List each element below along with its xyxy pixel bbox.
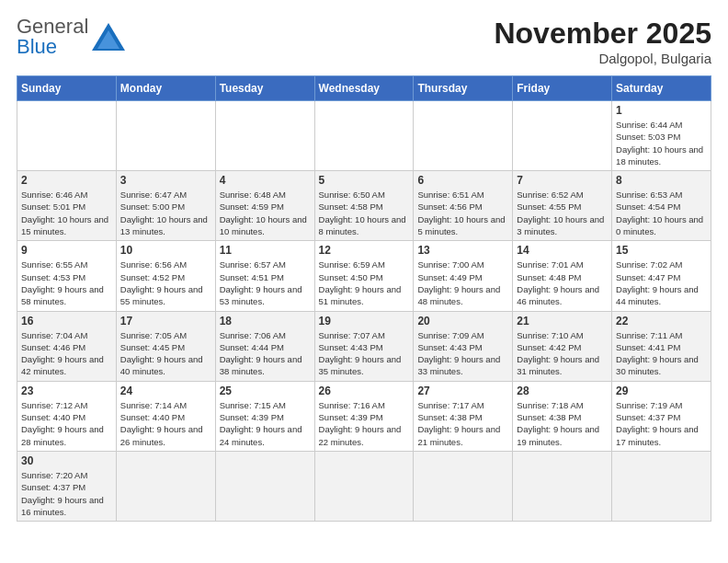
day-info: Sunrise: 7:20 AM Sunset: 4:37 PM Dayligh… [21,469,112,518]
day-number: 21 [517,315,608,327]
day-cell: 20Sunrise: 7:09 AM Sunset: 4:43 PM Dayli… [414,311,513,381]
day-cell: 6Sunrise: 6:51 AM Sunset: 4:56 PM Daylig… [414,171,513,241]
day-info: Sunrise: 7:19 AM Sunset: 4:37 PM Dayligh… [616,399,707,448]
day-number: 14 [517,244,608,257]
day-number: 27 [417,385,508,397]
weekday-header-wednesday: Wednesday [314,76,414,101]
calendar: SundayMondayTuesdayWednesdayThursdayFrid… [17,75,711,522]
day-cell [414,101,513,171]
day-number: 5 [319,174,410,187]
day-info: Sunrise: 7:15 AM Sunset: 4:39 PM Dayligh… [220,399,311,448]
day-cell: 29Sunrise: 7:19 AM Sunset: 4:37 PM Dayli… [612,381,711,451]
weekday-header-row: SundayMondayTuesdayWednesdayThursdayFrid… [17,76,711,101]
day-cell: 21Sunrise: 7:10 AM Sunset: 4:42 PM Dayli… [513,311,612,381]
day-cell: 14Sunrise: 7:01 AM Sunset: 4:48 PM Dayli… [513,241,612,311]
day-cell [612,451,711,521]
day-number: 12 [319,244,410,257]
weekday-header-sunday: Sunday [17,76,117,101]
day-cell: 23Sunrise: 7:12 AM Sunset: 4:40 PM Dayli… [17,381,117,451]
day-info: Sunrise: 7:18 AM Sunset: 4:38 PM Dayligh… [517,399,608,448]
day-cell: 1Sunrise: 6:44 AM Sunset: 5:03 PM Daylig… [612,101,711,171]
month-title: November 2025 [494,17,711,51]
day-cell: 8Sunrise: 6:53 AM Sunset: 4:54 PM Daylig… [612,171,711,241]
day-info: Sunrise: 7:05 AM Sunset: 4:45 PM Dayligh… [120,329,211,378]
day-info: Sunrise: 6:51 AM Sunset: 4:56 PM Dayligh… [417,189,508,237]
day-cell: 22Sunrise: 7:11 AM Sunset: 4:41 PM Dayli… [612,311,711,381]
day-info: Sunrise: 7:02 AM Sunset: 4:47 PM Dayligh… [616,259,707,307]
day-cell: 3Sunrise: 6:47 AM Sunset: 5:00 PM Daylig… [116,171,215,241]
week-row-4: 23Sunrise: 7:12 AM Sunset: 4:40 PM Dayli… [17,381,711,451]
day-cell: 9Sunrise: 6:55 AM Sunset: 4:53 PM Daylig… [17,241,117,311]
day-info: Sunrise: 7:06 AM Sunset: 4:44 PM Dayligh… [220,329,311,378]
location: Dalgopol, Bulgaria [494,51,711,66]
day-number: 29 [616,385,707,397]
day-number: 23 [21,385,112,397]
day-info: Sunrise: 6:47 AM Sunset: 5:00 PM Dayligh… [120,189,211,237]
day-cell: 30Sunrise: 7:20 AM Sunset: 4:37 PM Dayli… [17,451,117,521]
day-number: 18 [220,315,311,327]
day-number: 3 [120,174,211,187]
week-row-1: 2Sunrise: 6:46 AM Sunset: 5:01 PM Daylig… [17,171,711,241]
weekday-header-saturday: Saturday [612,76,711,101]
day-number: 26 [319,385,410,397]
day-info: Sunrise: 7:11 AM Sunset: 4:41 PM Dayligh… [616,329,707,378]
day-number: 11 [220,244,311,257]
day-info: Sunrise: 7:04 AM Sunset: 4:46 PM Dayligh… [21,329,112,378]
day-info: Sunrise: 7:01 AM Sunset: 4:48 PM Dayligh… [517,259,608,307]
day-cell [215,451,314,521]
day-cell: 2Sunrise: 6:46 AM Sunset: 5:01 PM Daylig… [17,171,117,241]
day-number: 1 [616,104,707,117]
day-cell [116,101,215,171]
day-info: Sunrise: 6:57 AM Sunset: 4:51 PM Dayligh… [220,259,311,307]
day-number: 25 [220,385,311,397]
day-number: 24 [120,385,211,397]
day-number: 28 [517,385,608,397]
logo-icon [92,23,125,51]
day-number: 30 [21,454,112,467]
day-number: 10 [120,244,211,257]
page: General Blue November 2025 Dalgopol, Bul… [0,0,728,531]
day-cell: 28Sunrise: 7:18 AM Sunset: 4:38 PM Dayli… [513,381,612,451]
day-info: Sunrise: 7:12 AM Sunset: 4:40 PM Dayligh… [21,399,112,448]
day-cell: 24Sunrise: 7:14 AM Sunset: 4:40 PM Dayli… [116,381,215,451]
day-cell: 12Sunrise: 6:59 AM Sunset: 4:50 PM Dayli… [314,241,414,311]
day-number: 2 [21,174,112,187]
logo-blue: Blue [17,35,57,58]
day-number: 6 [417,174,508,187]
day-number: 9 [21,244,112,257]
day-info: Sunrise: 6:59 AM Sunset: 4:50 PM Dayligh… [319,259,410,307]
day-info: Sunrise: 7:14 AM Sunset: 4:40 PM Dayligh… [120,399,211,448]
day-number: 4 [220,174,311,187]
week-row-5: 30Sunrise: 7:20 AM Sunset: 4:37 PM Dayli… [17,451,711,521]
day-number: 7 [517,174,608,187]
day-cell [17,101,117,171]
day-info: Sunrise: 6:53 AM Sunset: 4:54 PM Dayligh… [616,189,707,237]
day-cell: 16Sunrise: 7:04 AM Sunset: 4:46 PM Dayli… [17,311,117,381]
day-cell [116,451,215,521]
day-info: Sunrise: 6:52 AM Sunset: 4:55 PM Dayligh… [517,189,608,237]
day-info: Sunrise: 7:16 AM Sunset: 4:39 PM Dayligh… [319,399,410,448]
day-number: 13 [417,244,508,257]
header: General Blue November 2025 Dalgopol, Bul… [17,17,711,66]
day-cell: 4Sunrise: 6:48 AM Sunset: 4:59 PM Daylig… [215,171,314,241]
weekday-header-thursday: Thursday [414,76,513,101]
day-info: Sunrise: 7:09 AM Sunset: 4:43 PM Dayligh… [417,329,508,378]
day-info: Sunrise: 6:50 AM Sunset: 4:58 PM Dayligh… [319,189,410,237]
week-row-2: 9Sunrise: 6:55 AM Sunset: 4:53 PM Daylig… [17,241,711,311]
day-info: Sunrise: 7:17 AM Sunset: 4:38 PM Dayligh… [417,399,508,448]
day-cell: 27Sunrise: 7:17 AM Sunset: 4:38 PM Dayli… [414,381,513,451]
day-info: Sunrise: 6:55 AM Sunset: 4:53 PM Dayligh… [21,259,112,307]
day-cell: 7Sunrise: 6:52 AM Sunset: 4:55 PM Daylig… [513,171,612,241]
day-cell: 25Sunrise: 7:15 AM Sunset: 4:39 PM Dayli… [215,381,314,451]
day-info: Sunrise: 6:56 AM Sunset: 4:52 PM Dayligh… [120,259,211,307]
day-cell: 13Sunrise: 7:00 AM Sunset: 4:49 PM Dayli… [414,241,513,311]
day-info: Sunrise: 6:48 AM Sunset: 4:59 PM Dayligh… [220,189,311,237]
day-number: 17 [120,315,211,327]
day-cell: 18Sunrise: 7:06 AM Sunset: 4:44 PM Dayli… [215,311,314,381]
day-cell: 15Sunrise: 7:02 AM Sunset: 4:47 PM Dayli… [612,241,711,311]
weekday-header-monday: Monday [116,76,215,101]
day-info: Sunrise: 7:10 AM Sunset: 4:42 PM Dayligh… [517,329,608,378]
day-cell [215,101,314,171]
weekday-header-friday: Friday [513,76,612,101]
day-info: Sunrise: 6:44 AM Sunset: 5:03 PM Dayligh… [616,119,707,167]
